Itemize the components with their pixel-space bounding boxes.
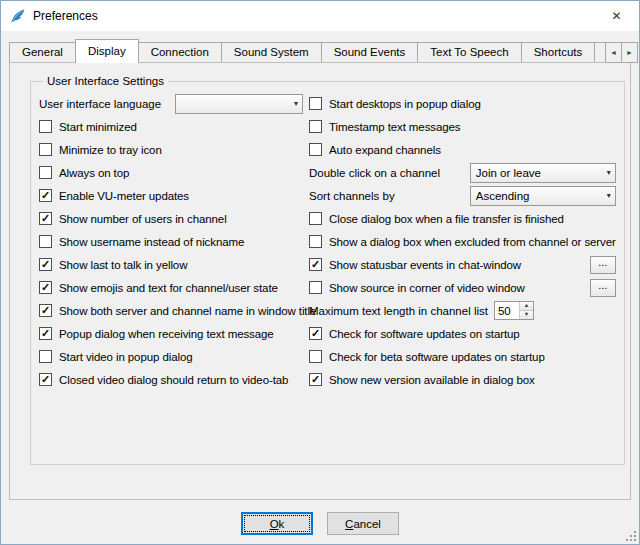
close-button[interactable]: ✕ — [594, 1, 639, 31]
checkbox-show-a-dialog-box-when-excluded-from-channel-or-server[interactable] — [309, 235, 322, 248]
row-show-new-version-available-in-dialog-box: ✓Show new version available in dialog bo… — [309, 371, 616, 388]
row-check-for-beta-software-updates-on-startup: Check for beta software updates on start… — [309, 348, 616, 365]
spinner-maximum-text-length-in-channel-list[interactable]: 50▲▼ — [494, 301, 534, 320]
label-show-both-server-and-channel-name-in-window-title: Show both server and channel name in win… — [59, 305, 316, 317]
row-show-username-instead-of-nickname: Show username instead of nickname — [39, 233, 303, 250]
label-popup-dialog-when-receiving-text-message: Popup dialog when receiving text message — [59, 328, 274, 340]
row-sort-channels-by: Sort channels byAscending▾ — [309, 187, 616, 204]
chevron-down-icon: ▾ — [607, 192, 611, 200]
checkbox-start-minimized[interactable] — [39, 120, 52, 133]
dropdown-value-double-click-on-a-channel: Join or leave — [476, 167, 603, 179]
checkbox-show-username-instead-of-nickname[interactable] — [39, 235, 52, 248]
ok-button[interactable]: Ok — [241, 512, 313, 535]
checkbox-enable-vu-meter-updates[interactable]: ✓ — [39, 189, 52, 202]
tab-connection[interactable]: Connection — [138, 42, 222, 63]
chevron-down-icon: ▾ — [607, 169, 611, 177]
group-title: User Interface Settings — [43, 75, 168, 87]
label-close-dialog-box-when-a-file-transfer-is-finished: Close dialog box when a file transfer is… — [329, 213, 564, 225]
row-timestamp-text-messages: Timestamp text messages — [309, 118, 616, 135]
ok-button-label: Ok — [270, 518, 285, 530]
tab-strip: GeneralDisplayConnectionSound SystemSoun… — [1, 39, 639, 63]
checkbox-start-desktops-in-popup-dialog[interactable] — [309, 97, 322, 110]
checkbox-always-on-top[interactable] — [39, 166, 52, 179]
app-icon — [10, 8, 26, 24]
checkbox-show-last-to-talk-in-yellow[interactable]: ✓ — [39, 258, 52, 271]
tab-sound-system[interactable]: Sound System — [221, 42, 322, 63]
row-start-video-in-popup-dialog: Start video in popup dialog — [39, 348, 303, 365]
row-show-statusbar-events-in-chat-window: ✓Show statusbar events in chat-window... — [309, 256, 616, 273]
checkbox-check-for-software-updates-on-startup[interactable]: ✓ — [309, 327, 322, 340]
label-show-last-to-talk-in-yellow: Show last to talk in yellow — [59, 259, 187, 271]
label-check-for-beta-software-updates-on-startup: Check for beta software updates on start… — [329, 351, 545, 363]
row-minimize-to-tray-icon: Minimize to tray icon — [39, 141, 303, 158]
label-timestamp-text-messages: Timestamp text messages — [329, 121, 460, 133]
label-show-statusbar-events-in-chat-window: Show statusbar events in chat-window — [329, 259, 521, 271]
label-show-username-instead-of-nickname: Show username instead of nickname — [59, 236, 244, 248]
row-closed-video-dialog-should-return-to-video-tab: ✓Closed video dialog should return to vi… — [39, 371, 303, 388]
spinner-value: 50 — [495, 302, 519, 319]
label-closed-video-dialog-should-return-to-video-tab: Closed video dialog should return to vid… — [59, 374, 288, 386]
checkbox-start-video-in-popup-dialog[interactable] — [39, 350, 52, 363]
label-double-click-on-a-channel: Double click on a channel — [309, 167, 440, 179]
label-sort-channels-by: Sort channels by — [309, 190, 395, 202]
label-show-number-of-users-in-channel: Show number of users in channel — [59, 213, 227, 225]
cancel-button[interactable]: Cancel — [327, 512, 399, 535]
tab-scroll-left-button[interactable]: ◄ — [605, 42, 622, 63]
tab-shortcuts[interactable]: Shortcuts — [521, 42, 596, 63]
tab-text-to-speech[interactable]: Text To Speech — [417, 42, 521, 63]
row-popup-dialog-when-receiving-text-message: ✓Popup dialog when receiving text messag… — [39, 325, 303, 342]
window-title: Preferences — [33, 9, 98, 23]
checkbox-show-statusbar-events-in-chat-window[interactable]: ✓ — [309, 258, 322, 271]
tab-scroll-right-button[interactable]: ► — [621, 42, 638, 63]
row-show-a-dialog-box-when-excluded-from-channel-or-server: Show a dialog box when excluded from cha… — [309, 233, 616, 250]
row-start-minimized: Start minimized — [39, 118, 303, 135]
resize-grip[interactable] — [624, 529, 637, 542]
dropdown-sort-channels-by[interactable]: Ascending▾ — [470, 186, 616, 206]
checkbox-close-dialog-box-when-a-file-transfer-is-finished[interactable] — [309, 212, 322, 225]
row-show-emojis-and-text-for-channel-user-state: ✓Show emojis and text for channel/user s… — [39, 279, 303, 296]
dropdown-user-interface-language[interactable]: ▾ — [175, 94, 303, 114]
preferences-window: Preferences ✕ GeneralDisplayConnectionSo… — [0, 0, 640, 545]
right-column: Start desktops in popup dialogTimestamp … — [309, 95, 616, 394]
label-enable-vu-meter-updates: Enable VU-meter updates — [59, 190, 189, 202]
checkbox-check-for-beta-software-updates-on-startup[interactable] — [309, 350, 322, 363]
cancel-button-label: Cancel — [345, 518, 381, 530]
more-button-show-source-in-corner-of-video-window[interactable]: ... — [590, 279, 616, 297]
checkbox-show-both-server-and-channel-name-in-window-title[interactable]: ✓ — [39, 304, 52, 317]
titlebar: Preferences ✕ — [1, 1, 639, 31]
label-start-desktops-in-popup-dialog: Start desktops in popup dialog — [329, 98, 481, 110]
tab-sound-events[interactable]: Sound Events — [321, 42, 419, 63]
row-show-number-of-users-in-channel: ✓Show number of users in channel — [39, 210, 303, 227]
display-tab-panel: User Interface Settings User interface l… — [9, 62, 631, 500]
spinner-down-button[interactable]: ▼ — [520, 310, 533, 319]
label-user-interface-language: User interface language — [39, 98, 161, 110]
spinner-buttons: ▲▼ — [519, 302, 533, 319]
row-close-dialog-box-when-a-file-transfer-is-finished: Close dialog box when a file transfer is… — [309, 210, 616, 227]
checkbox-timestamp-text-messages[interactable] — [309, 120, 322, 133]
checkbox-closed-video-dialog-should-return-to-video-tab[interactable]: ✓ — [39, 373, 52, 386]
row-enable-vu-meter-updates: ✓Enable VU-meter updates — [39, 187, 303, 204]
tab-display[interactable]: Display — [75, 39, 139, 63]
label-start-minimized: Start minimized — [59, 121, 137, 133]
label-auto-expand-channels: Auto expand channels — [329, 144, 441, 156]
label-always-on-top: Always on top — [59, 167, 129, 179]
label-show-emojis-and-text-for-channel-user-state: Show emojis and text for channel/user st… — [59, 282, 278, 294]
checkbox-auto-expand-channels[interactable] — [309, 143, 322, 156]
dropdown-double-click-on-a-channel[interactable]: Join or leave▾ — [470, 163, 616, 183]
row-user-interface-language: User interface language▾ — [39, 95, 303, 112]
more-button-show-statusbar-events-in-chat-window[interactable]: ... — [590, 256, 616, 274]
checkbox-minimize-to-tray-icon[interactable] — [39, 143, 52, 156]
left-column: User interface language▾Start minimizedM… — [39, 95, 303, 394]
row-maximum-text-length-in-channel-list: Maximum text length in channel list50▲▼ — [309, 302, 616, 319]
row-start-desktops-in-popup-dialog: Start desktops in popup dialog — [309, 95, 616, 112]
checkbox-show-source-in-corner-of-video-window[interactable] — [309, 281, 322, 294]
spinner-up-button[interactable]: ▲ — [520, 302, 533, 310]
checkbox-show-emojis-and-text-for-channel-user-state[interactable]: ✓ — [39, 281, 52, 294]
row-check-for-software-updates-on-startup: ✓Check for software updates on startup — [309, 325, 616, 342]
tab-general[interactable]: General — [9, 42, 76, 63]
label-check-for-software-updates-on-startup: Check for software updates on startup — [329, 328, 520, 340]
checkbox-show-new-version-available-in-dialog-box[interactable]: ✓ — [309, 373, 322, 386]
checkbox-popup-dialog-when-receiving-text-message[interactable]: ✓ — [39, 327, 52, 340]
checkbox-show-number-of-users-in-channel[interactable]: ✓ — [39, 212, 52, 225]
label-start-video-in-popup-dialog: Start video in popup dialog — [59, 351, 192, 363]
